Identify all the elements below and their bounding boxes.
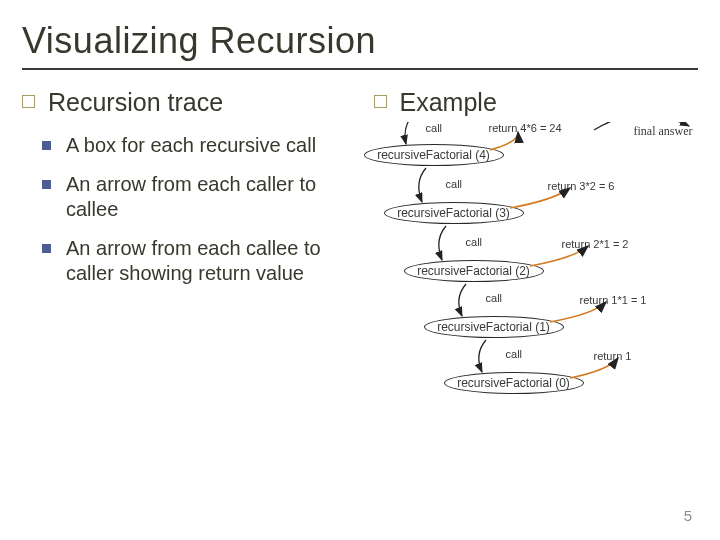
square-icon <box>42 244 51 253</box>
recursion-diagram: call call call call call return 4*6 = 24… <box>294 122 720 502</box>
bullet-text: An arrow from each callee to caller show… <box>66 237 321 284</box>
recursion-trace-label: Recursion trace <box>48 88 223 116</box>
square-icon <box>42 141 51 150</box>
square-icon <box>42 180 51 189</box>
page-number: 5 <box>684 507 692 524</box>
recursion-trace-heading: Recursion trace <box>22 88 364 117</box>
bullet-text: A box for each recursive call <box>66 134 316 156</box>
hollow-square-icon <box>374 95 387 108</box>
arrows-svg <box>294 122 720 462</box>
example-heading: Example <box>374 88 698 117</box>
bullet-text: An arrow from each caller to callee <box>66 173 316 220</box>
hollow-square-icon <box>22 95 35 108</box>
slide-title: Visualizing Recursion <box>22 20 698 70</box>
example-label: Example <box>400 88 497 116</box>
